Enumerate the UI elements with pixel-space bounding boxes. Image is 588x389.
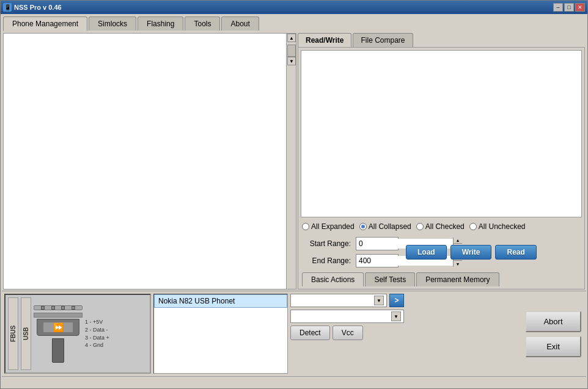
vcc-button[interactable]: Vcc xyxy=(333,325,363,340)
left-panel: ▲ ▼ xyxy=(3,33,296,289)
tab-about[interactable]: About xyxy=(221,16,259,31)
title-bar: 📱 NSS Pro v 0.46 – □ ✕ xyxy=(1,1,587,14)
combo-row-1: ▼ > xyxy=(290,294,404,307)
right-panel-inner: All Expanded All Collapsed All Checked xyxy=(298,47,585,289)
combo-box-1[interactable]: ▼ xyxy=(290,294,387,307)
usb-label: USB xyxy=(21,297,31,370)
read-button[interactable]: Read xyxy=(495,245,536,260)
ranges-group: Start Range: ▲ ▼ End Ra xyxy=(301,236,400,269)
window-title: NSS Pro v 0.46 xyxy=(14,4,62,11)
right-bottom-controls: ▼ > ▼ Detect Vcc xyxy=(290,294,404,374)
combo-dropdown-arrow-1[interactable]: ▼ xyxy=(374,296,384,305)
fbus-label: FBUS xyxy=(8,297,18,370)
maximize-button[interactable]: □ xyxy=(564,3,574,12)
radio-all-expanded-label: All Expanded xyxy=(311,222,355,231)
radio-all-unchecked-label: All Unchecked xyxy=(479,222,526,231)
status-bar xyxy=(2,376,586,387)
radio-options-row: All Expanded All Collapsed All Checked xyxy=(301,220,582,233)
pin2-label: 2 - Data - xyxy=(85,326,109,334)
bottom-tab-permanent-memory[interactable]: Permanent Memory xyxy=(416,272,499,286)
app-icon: 📱 xyxy=(3,3,12,12)
usb-section: FBUS USB xyxy=(4,294,151,374)
tab-phone-management[interactable]: Phone Management xyxy=(3,16,87,31)
pin1-label: 1 - +5V xyxy=(85,318,109,326)
main-content: ▲ ▼ Read/Write File Compare xyxy=(1,31,587,388)
load-button[interactable]: Load xyxy=(406,245,447,260)
close-button[interactable]: ✕ xyxy=(575,3,585,12)
end-range-down-arrow[interactable]: ▼ xyxy=(454,261,462,267)
bottom-tab-bar: Basic Actions Self Tests Permanent Memor… xyxy=(301,271,582,286)
start-range-label: Start Range: xyxy=(302,239,351,248)
subtab-file-compare[interactable]: File Compare xyxy=(353,33,413,47)
scroll-arrow-down[interactable]: ▼ xyxy=(287,57,296,65)
top-panels: ▲ ▼ Read/Write File Compare xyxy=(2,32,586,291)
bottom-panel: FBUS USB xyxy=(2,291,586,376)
spacer xyxy=(406,294,520,374)
pin3-label: 3 - Data + xyxy=(85,334,109,342)
end-range-input[interactable]: ▲ ▼ xyxy=(356,254,399,267)
scroll-thumb[interactable] xyxy=(287,45,296,57)
radio-all-collapsed-label: All Collapsed xyxy=(369,222,411,231)
combo-row-2: ▼ xyxy=(290,310,404,323)
start-range-row: Start Range: ▲ ▼ xyxy=(301,236,400,252)
write-button[interactable]: Write xyxy=(450,245,492,260)
phone-list-item[interactable]: Nokia N82 USB Phonet xyxy=(154,294,287,308)
end-range-row: End Range: ▲ ▼ xyxy=(301,253,400,269)
subtab-bar: Read/Write File Compare xyxy=(298,33,585,47)
combo-box-2[interactable]: ▼ xyxy=(290,310,404,323)
detect-button[interactable]: Detect xyxy=(290,325,330,340)
tab-tools[interactable]: Tools xyxy=(185,16,220,31)
radio-all-checked-label: All Checked xyxy=(425,222,465,231)
radio-all-checked-input[interactable] xyxy=(416,223,424,230)
radio-all-unchecked-input[interactable] xyxy=(469,223,477,230)
action-buttons-row: Load Write Read xyxy=(405,244,538,261)
combo-dropdown-arrow-2[interactable]: ▼ xyxy=(391,311,401,321)
subtab-read-write[interactable]: Read/Write xyxy=(298,33,351,47)
exit-button[interactable]: Exit xyxy=(525,336,581,357)
radio-all-checked[interactable]: All Checked xyxy=(416,222,465,231)
title-bar-controls: – □ ✕ xyxy=(553,3,585,12)
tab-simlocks[interactable]: Simlocks xyxy=(89,16,136,31)
main-tab-bar: Phone Management Simlocks Flashing Tools… xyxy=(1,14,587,31)
radio-all-unchecked[interactable]: All Unchecked xyxy=(469,222,526,231)
radio-all-expanded-input[interactable] xyxy=(302,223,309,230)
main-window: 📱 NSS Pro v 0.46 – □ ✕ Phone Management … xyxy=(0,0,588,389)
radio-all-collapsed[interactable]: All Collapsed xyxy=(359,222,411,231)
phone-list-section: Nokia N82 USB Phonet xyxy=(153,294,288,374)
abort-button[interactable]: Abort xyxy=(525,311,581,332)
read-write-area xyxy=(301,50,582,217)
pin4-label: 4 - Gnd xyxy=(85,341,109,349)
radio-all-expanded[interactable]: All Expanded xyxy=(302,222,355,231)
bottom-detect-row: Detect Vcc xyxy=(290,325,404,340)
start-range-input[interactable]: ▲ ▼ xyxy=(356,237,399,250)
bottom-tab-self-tests[interactable]: Self Tests xyxy=(365,272,415,286)
pin-labels: 1 - +5V 2 - Data - 3 - Data + 4 - Gnd xyxy=(85,318,109,349)
far-right-controls: Abort Exit xyxy=(523,294,584,374)
title-bar-left: 📱 NSS Pro v 0.46 xyxy=(3,3,62,12)
scroll-arrow-up[interactable]: ▲ xyxy=(287,34,296,42)
scrollbar-right[interactable]: ▲ ▼ xyxy=(286,34,296,289)
end-range-label: End Range: xyxy=(302,256,351,265)
connector-diagram: ⏩ xyxy=(34,305,83,363)
minimize-button[interactable]: – xyxy=(553,3,563,12)
go-button[interactable]: > xyxy=(389,294,404,307)
radio-all-collapsed-input[interactable] xyxy=(359,223,367,230)
tab-flashing[interactable]: Flashing xyxy=(138,16,183,31)
start-range-up-arrow[interactable]: ▲ xyxy=(454,238,462,244)
right-panel: Read/Write File Compare All Expanded xyxy=(298,33,585,289)
bottom-tab-basic-actions[interactable]: Basic Actions xyxy=(302,272,364,286)
ranges-and-buttons: Start Range: ▲ ▼ End Ra xyxy=(301,236,582,269)
